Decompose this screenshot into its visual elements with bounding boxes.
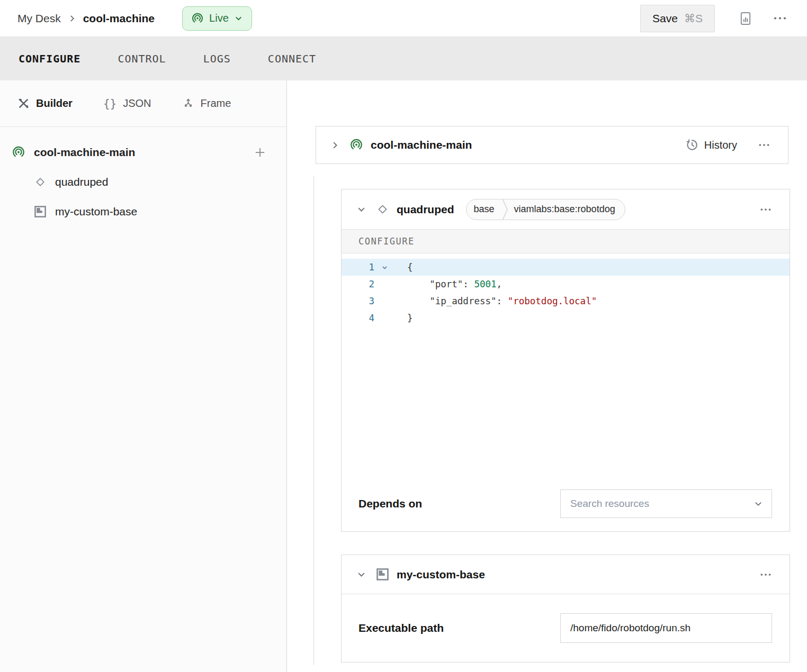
tab-control[interactable]: CONTROL: [116, 49, 167, 68]
depends-on-row: Depends on Search resources: [342, 476, 790, 531]
save-button[interactable]: Save ⌘S: [640, 5, 715, 32]
executable-path-row: Executable path: [342, 594, 790, 662]
code-line: 2 "port": 5001,: [342, 276, 790, 293]
sidebar: Builder {} JSON Frame: [0, 80, 287, 672]
line-number: 4: [342, 310, 374, 326]
machine-part-title: cool-machine-main: [371, 139, 472, 151]
chevron-down-icon: [356, 204, 366, 214]
module-icon: [376, 568, 389, 581]
code-line: 3 "ip_address": "robotdog.local": [342, 293, 790, 310]
breadcrumb-current: cool-machine: [83, 12, 155, 25]
status-label: Live: [209, 12, 229, 24]
machine-report-button[interactable]: [734, 7, 757, 30]
quadruped-card-header: quadruped base viamlabs:base:robotdog: [342, 189, 790, 229]
chevron-down-icon: [754, 499, 763, 508]
mode-json-button[interactable]: {} JSON: [103, 97, 151, 110]
history-label: History: [704, 139, 737, 151]
tree-item-machine-part[interactable]: cool-machine-main: [0, 138, 286, 167]
code-text: "ip_address": "robotdog.local": [394, 293, 597, 310]
resource-tree: cool-machine-main quadruped my-custom-ba…: [0, 127, 286, 226]
plus-icon: [253, 145, 267, 160]
line-number: 1: [342, 259, 374, 276]
component-model[interactable]: viamlabs:base:robotdog: [508, 204, 625, 215]
nesting-connector-line: [313, 176, 314, 665]
machine-part-menu-button[interactable]: [754, 139, 774, 151]
tree-item-label: quadruped: [55, 176, 108, 188]
line-number: 2: [342, 276, 374, 293]
component-type: base: [467, 204, 502, 215]
ellipsis-icon: [760, 207, 772, 212]
tab-connect[interactable]: CONNECT: [267, 49, 317, 68]
tree-item-my-custom-base[interactable]: my-custom-base: [0, 197, 286, 226]
code-text: "port": 5001,: [394, 276, 502, 293]
fold-toggle[interactable]: [374, 259, 394, 276]
module-icon: [34, 205, 47, 218]
depends-on-placeholder: Search resources: [570, 498, 649, 510]
history-clock-icon: [685, 138, 699, 152]
history-button[interactable]: History: [685, 138, 737, 152]
machine-part-card: cool-machine-main History: [316, 126, 788, 164]
code-text: {: [394, 259, 413, 276]
chevron-down-icon: [234, 14, 243, 23]
tools-icon: [17, 97, 30, 110]
braces-icon: {}: [103, 97, 116, 110]
component-model-badge: base viamlabs:base:robotdog: [466, 199, 625, 220]
badge-separator-icon: [502, 199, 508, 220]
chevron-right-icon: [67, 14, 77, 23]
tab-logs[interactable]: LOGS: [202, 49, 232, 68]
base-menu-button[interactable]: [756, 568, 776, 581]
mode-json-label: JSON: [123, 97, 151, 110]
collapse-card-button[interactable]: [354, 567, 369, 582]
component-card-my-custom-base: my-custom-base Executable path: [341, 555, 790, 662]
base-card-header: my-custom-base: [342, 555, 790, 594]
file-chart-icon: [738, 11, 753, 26]
component-card-quadruped: quadruped base viamlabs:base:robotdog CO…: [341, 189, 790, 532]
diamond-icon: [376, 203, 389, 216]
json-attributes-editor[interactable]: 1 { 2 "port": 5001, 3 "ip_address": "rob…: [342, 253, 790, 476]
tab-bar: CONFIGURE CONTROL LOGS CONNECT: [0, 37, 807, 80]
collapse-card-button[interactable]: [354, 202, 369, 216]
machine-part-card-header: cool-machine-main History: [316, 126, 788, 164]
save-label: Save: [652, 12, 678, 25]
mode-builder-button[interactable]: Builder: [17, 97, 73, 110]
chevron-down-icon: [381, 264, 388, 271]
executable-path-input[interactable]: [560, 613, 772, 643]
executable-path-label: Executable path: [358, 622, 444, 634]
base-title: my-custom-base: [397, 568, 485, 581]
diamond-icon: [34, 176, 47, 188]
config-canvas: cool-machine-main History: [287, 80, 807, 672]
mode-frame-button[interactable]: Frame: [182, 97, 231, 110]
code-text: }: [394, 310, 413, 326]
configure-section-label: CONFIGURE: [342, 229, 790, 253]
code-line: 4 }: [342, 310, 790, 326]
view-mode-switcher: Builder {} JSON Frame: [0, 80, 286, 127]
mode-frame-label: Frame: [201, 97, 231, 110]
tree-item-quadruped[interactable]: quadruped: [0, 167, 286, 197]
expand-card-button[interactable]: [328, 138, 342, 152]
breadcrumb: My Desk cool-machine: [17, 12, 155, 25]
save-shortcut: ⌘S: [684, 12, 703, 25]
tree-item-label: cool-machine-main: [34, 146, 135, 159]
depends-on-select[interactable]: Search resources: [560, 489, 772, 518]
ellipsis-icon: [760, 573, 772, 577]
add-resource-button[interactable]: [253, 145, 267, 160]
header-overflow-menu-button[interactable]: [769, 12, 791, 25]
chevron-down-icon: [356, 569, 366, 579]
quadruped-menu-button[interactable]: [756, 203, 776, 216]
tree-item-label: my-custom-base: [55, 205, 137, 218]
top-header: My Desk cool-machine Live Save ⌘S: [0, 0, 807, 37]
depends-on-label: Depends on: [358, 497, 422, 510]
ellipsis-icon: [773, 16, 787, 21]
code-line: 1 {: [342, 259, 790, 276]
axes-icon: [182, 97, 194, 110]
tab-configure[interactable]: CONFIGURE: [17, 49, 82, 68]
breadcrumb-parent[interactable]: My Desk: [17, 12, 61, 25]
machine-status-dropdown[interactable]: Live: [182, 6, 252, 31]
ellipsis-icon: [758, 143, 770, 147]
signal-icon: [349, 138, 363, 152]
mode-builder-label: Builder: [36, 97, 73, 110]
live-signal-icon: [191, 12, 204, 25]
chevron-right-icon: [330, 140, 340, 150]
line-number: 3: [342, 293, 374, 310]
signal-icon: [12, 146, 25, 159]
